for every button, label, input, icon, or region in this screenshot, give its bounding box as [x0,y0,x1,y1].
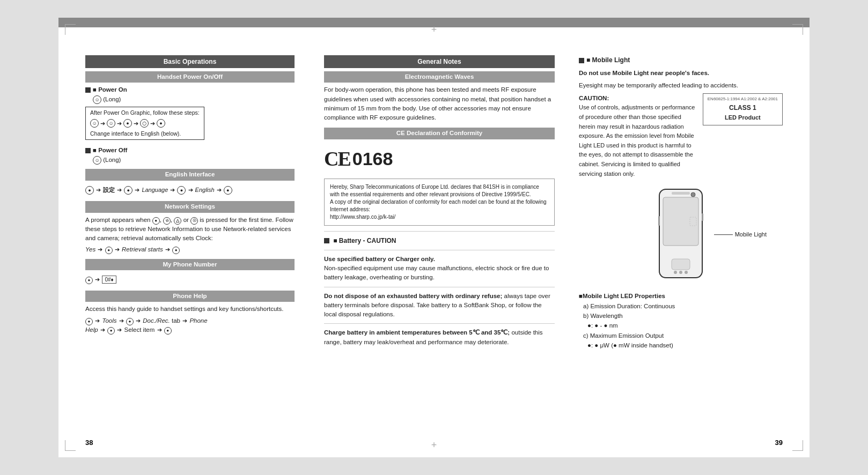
mobile-light-header: ■ Mobile Light [586,55,630,65]
power-on-section: ■ Power On ☺ (Long) After Power On Graph… [85,85,295,143]
led-prop-a: a) Emission Duration: Continuous [583,301,783,311]
battery-specified-desc: Non-specified equipment use may cause ma… [324,264,555,283]
power-off-label: ■ Power Off [93,147,127,153]
power-icon: ☺ [93,95,101,104]
mobile-light-eyesight: Eyesight may be temporarily affected lea… [579,80,783,90]
battery-charge-header: Charge battery in ambient temperatures b… [324,329,510,336]
middle-column: General Notes Electromagnetic Waves For … [311,55,568,436]
ce-declaration-header: CE Declaration of Conformity [324,128,555,139]
page-num-right: 39 [775,439,783,447]
battery-bullet [324,238,329,243]
mobile-light-arrow-label: Mobile Light [714,230,767,240]
ce-mark: CE [324,144,350,174]
power-off-desc: (Long) [103,157,121,163]
battery-caution-header: ■ Battery - CAUTION [333,237,396,244]
network-settings-section: A prompt appears when ●, ☆, △ or ☉ is pr… [85,216,295,255]
network-settings-header: Network Settings [85,201,295,212]
caution-block: CAUTION: Use of controls, adjustments or… [579,93,783,179]
my-phone-header: My Phone Number [85,259,295,270]
em-waves-header: Electromagnetic Waves [324,71,555,83]
ce-declaration-box: Hereby, Sharp Telecommunications of Euro… [324,179,555,226]
divider-2 [324,250,555,250]
power-off-section: ■ Power Off ☺ (Long) [85,146,295,165]
phone-help-section: Access this handy guide to handset setti… [85,305,295,335]
power-on-change: Change interface to English (below). [90,130,200,138]
svg-point-9 [685,271,688,274]
cross-top: + [431,24,437,35]
power-on-graphic-label: After Power On Graphic, follow these ste… [90,109,200,117]
battery-caution-header-row: ■ Battery - CAUTION [324,236,555,246]
basic-operations-header: Basic Operations [85,55,295,68]
cross-bottom: + [431,440,437,451]
phone-num-icon: 0#♦ [102,276,116,284]
corner-tl [65,24,76,35]
power-off-icon: ☺ [93,156,101,165]
caution-text-block: CAUTION: Use of controls, adjustments or… [579,93,696,179]
left-column: Basic Operations Handset Power On/Off ■ … [85,55,311,436]
phone-diagram [651,184,710,286]
battery-dispose-section: Do not dispose of an exhausted battery w… [324,292,555,320]
power-on-desc: (Long) [103,96,121,102]
mobile-light-warning: Do not use Mobile Light near people's fa… [579,70,709,76]
battery-specified-header: Use specified battery or Charger only. [324,256,435,262]
svg-point-7 [674,271,677,274]
english-interface-steps: ● ➔ 設定 ➔ ● ➔ Language ➔ ● ➔ English ➔ ● [85,185,295,195]
battery-dispose-header: Do not dispose of an exhausted battery w… [324,293,502,299]
led-label: LED Product [708,113,778,123]
svg-rect-1 [663,197,698,246]
network-steps: Yes ➔ ● ➔ Retrieval starts ➔ ● [85,245,295,254]
power-on-graphic-steps: ☺ ➔ ☺ ➔ ● ➔ ◌ ➔ ● [90,119,200,128]
ce-declaration-text: Hereby, Sharp Telecommunications of Euro… [330,183,549,221]
svg-point-8 [679,271,682,274]
caution-badge-wrapper: EN60825-1:1994 A1:2002 & A2:2001 CLASS 1… [703,93,783,125]
english-interface-header: English Interface [85,169,295,180]
phone-help-desc: Access this handy guide to handset setti… [85,305,295,314]
battery-specified-section: Use specified battery or Charger only. N… [324,255,555,283]
led-prop-b: b) Wavelength [583,311,783,321]
right-column: ■ Mobile Light Do not use Mobile Light n… [568,55,783,436]
led-prop-c: c) Maximum Emission Output [583,331,783,340]
power-on-label: ■ Power On [93,86,127,93]
handset-power-header: Handset Power On/Off [85,71,295,83]
led-prop-c2: ●: ● μW (● mW inside handset) [587,340,783,350]
divider-3 [324,287,555,287]
page-container: + + Basic Operations Handset Power On/Of… [58,18,810,457]
general-notes-header: General Notes [324,55,555,68]
diagram-wrapper: Mobile Light [579,184,783,286]
mobile-light-bullet [579,58,584,63]
my-phone-section: ● ➔ 0#♦ [85,273,295,286]
caution-label: CAUTION: [579,95,609,101]
svg-rect-6 [702,213,703,221]
caution-use-desc: Use of controls, adjustments or performa… [579,103,696,179]
power-off-bullet [85,148,91,153]
svg-rect-5 [658,216,660,226]
led-properties-header: ■Mobile Light LED Properties [579,293,665,299]
svg-rect-3 [672,192,690,195]
led-prop-b2: ●: ● - ● nm [587,321,783,330]
general-notes-section: General Notes Electromagnetic Waves For … [324,55,555,347]
mobile-light-header-row: ■ Mobile Light [579,55,783,65]
network-settings-desc: A prompt appears when ●, ☆, △ or ☉ is pr… [85,216,295,243]
ce-number: 0168 [352,145,393,173]
battery-charge-section: Charge battery in ambient temperatures b… [324,328,555,347]
divider-1 [324,231,555,232]
phone-help-header: Phone Help [85,291,295,302]
caution-standard: EN60825-1:1994 A1:2002 & A2:2001 [708,96,778,103]
divider-4 [324,323,555,324]
led-properties-section: ■Mobile Light LED Properties a) Emission… [579,291,783,350]
ce-mark-row: CE 0168 [324,144,555,174]
corner-bl [65,440,76,451]
mobile-light-section: ■ Mobile Light Do not use Mobile Light n… [579,55,783,350]
corner-tr [792,24,803,35]
svg-point-2 [691,192,695,197]
phone-help-steps: ● ➔ Tools ➔ ● ➔ Doc./Rec. tab ➔ PhoneHel… [85,316,295,335]
power-on-graphic-box: After Power On Graphic, follow these ste… [85,107,204,140]
svg-rect-4 [672,259,690,270]
english-interface-section: ● ➔ 設定 ➔ ● ➔ Language ➔ ● ➔ English ➔ ● [85,183,295,197]
em-waves-desc: For body-worn operation, this phone has … [324,85,555,122]
mobile-light-label-text: Mobile Light [735,230,767,240]
class-label: CLASS 1 [708,103,778,113]
page-num-left: 38 [85,439,93,447]
basic-operations-section: Basic Operations Handset Power On/Off ■ … [85,55,295,335]
mobile-light-line [714,235,733,235]
